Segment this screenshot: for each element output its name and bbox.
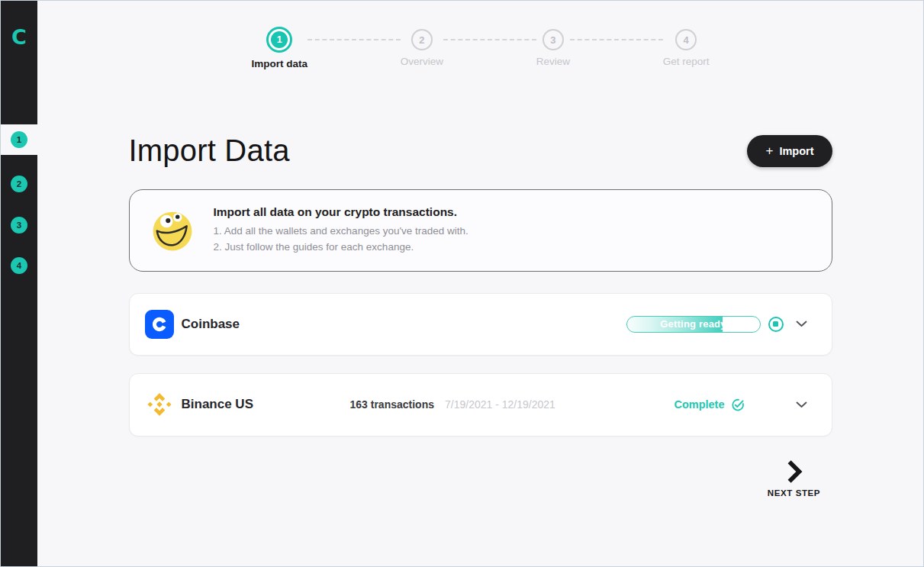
sidebar-step-3-badge: 3 [11,217,27,234]
sidebar: C 1 2 3 4 [1,1,37,566]
smiley-grin-icon [151,209,194,252]
app-window: C 1 2 3 4 1 Import data 2 Overview [0,0,924,567]
step-3-label: Review [536,56,570,67]
progress-status-label: Getting ready [627,317,760,332]
page-title: Import Data [129,134,290,168]
info-box-text: Import all data on your crypto transacti… [214,205,468,256]
stop-square [773,321,778,327]
app-logo: C [1,25,37,49]
next-step-button[interactable]: NEXT STEP [759,459,829,498]
next-step-label: NEXT STEP [768,488,820,498]
exchange-card-coinbase: Coinbase Getting ready [129,293,832,356]
plus-icon: + [765,143,773,159]
sidebar-step-4-badge: 4 [11,257,27,274]
step-2-label: Overview [401,56,443,67]
main-area: 1 Import data 2 Overview 3 Review 4 Get … [37,27,923,567]
chevron-down-icon[interactable] [796,321,807,327]
binance-logo-icon [145,390,174,419]
step-2-circle: 2 [411,29,433,50]
coinbase-logo-icon [145,310,174,339]
exchange-card-binance-us: Binance US 163 transactions 7/19/2021 - … [129,373,832,437]
page-header: Import Data + Import [129,134,832,168]
info-box-title: Import all data on your crypto transacti… [214,205,468,219]
chevron-down-icon[interactable] [796,401,807,408]
step-1-circle: 1 [266,27,292,53]
import-progress-bar: Getting ready [626,316,761,333]
step-1-number: 1 [271,31,288,48]
info-box-item-1: 1. Add all the wallets and exchanges you… [214,224,468,240]
transaction-count: 163 transactions [350,398,435,411]
stepper-step-overview[interactable]: 2 Overview [401,27,443,67]
info-box-item-2: 2. Just follow the guides for each excha… [214,240,468,256]
import-button-label: Import [779,145,813,157]
step-4-label: Get report [663,56,710,67]
sidebar-step-2-badge: 2 [11,176,27,192]
stepper-step-import-data[interactable]: 1 Import data [252,27,308,69]
date-range: 7/19/2021 - 12/19/2021 [445,398,555,411]
stepper-connector [570,39,663,40]
step-3-circle: 3 [542,29,564,50]
stepper-connector [307,39,401,40]
sidebar-step-1-badge: 1 [11,131,27,148]
sidebar-step-3[interactable]: 3 [1,210,37,240]
progress-stepper: 1 Import data 2 Overview 3 Review 4 Get … [252,27,710,69]
status-complete: Complete [674,398,745,411]
stepper-step-get-report[interactable]: 4 Get report [663,27,710,67]
exchange-name: Binance US [182,397,350,412]
chevron-right-icon [786,459,803,484]
stepper-step-review[interactable]: 3 Review [536,27,570,67]
sidebar-step-4[interactable]: 4 [1,250,37,281]
exchange-name: Coinbase [182,317,350,332]
sidebar-step-1[interactable]: 1 [1,124,37,155]
step-4-circle: 4 [675,29,697,50]
import-button[interactable]: + Import [747,135,832,167]
sidebar-step-2[interactable]: 2 [1,169,37,199]
complete-label: Complete [674,398,724,411]
step-1-label: Import data [252,58,308,69]
stepper-connector [443,39,536,40]
stop-import-icon[interactable] [768,317,784,332]
info-box: Import all data on your crypto transacti… [129,189,832,272]
check-circle-icon [731,398,745,411]
